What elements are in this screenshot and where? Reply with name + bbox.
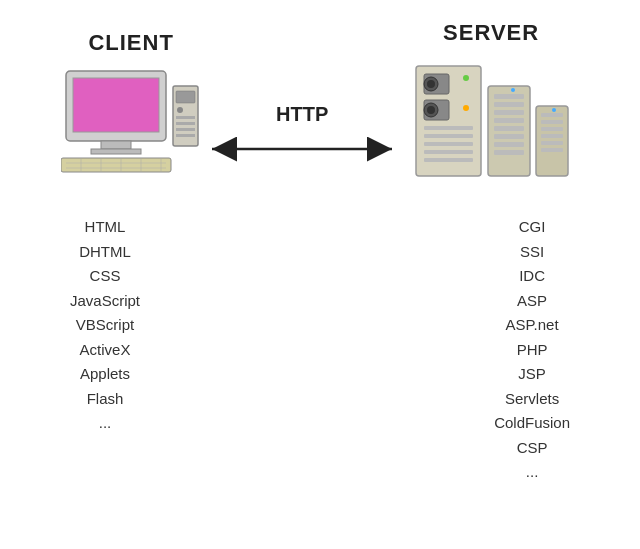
main-diagram: CLIENT <box>0 0 640 549</box>
server-tech-item: SSI <box>520 241 544 264</box>
server-tech-item: ... <box>526 461 539 484</box>
server-tech-item: PHP <box>517 339 548 362</box>
protocol-label: HTTP <box>276 103 328 126</box>
svg-rect-4 <box>61 158 171 172</box>
svg-rect-27 <box>424 126 473 130</box>
bottom-section: HTMLDHTMLCSSJavaScriptVBScriptActiveXApp… <box>0 196 640 484</box>
svg-rect-13 <box>176 91 195 103</box>
svg-rect-16 <box>176 122 195 125</box>
http-arrow <box>202 134 402 164</box>
svg-rect-41 <box>494 142 524 147</box>
svg-rect-35 <box>494 94 524 99</box>
svg-rect-1 <box>73 78 159 132</box>
client-tech-item: ... <box>99 412 112 435</box>
svg-rect-40 <box>494 134 524 139</box>
client-tech-item: Applets <box>80 363 130 386</box>
svg-rect-31 <box>424 158 473 162</box>
client-tech-item: DHTML <box>79 241 131 264</box>
svg-rect-45 <box>541 113 563 117</box>
client-tech-item: VBScript <box>76 314 134 337</box>
computer-icon <box>61 66 201 176</box>
server-label: SERVER <box>443 20 539 46</box>
svg-point-32 <box>463 75 469 81</box>
svg-rect-37 <box>494 110 524 115</box>
svg-point-33 <box>463 105 469 111</box>
client-label: CLIENT <box>88 30 173 56</box>
server-area: SERVER <box>402 20 580 186</box>
server-tech-item: ASP.net <box>506 314 559 337</box>
svg-rect-36 <box>494 102 524 107</box>
server-tech-item: CGI <box>519 216 546 239</box>
client-tech-item: JavaScript <box>70 290 140 313</box>
svg-rect-18 <box>176 134 195 137</box>
svg-point-14 <box>177 107 183 113</box>
client-tech-list: HTMLDHTMLCSSJavaScriptVBScriptActiveXApp… <box>70 216 140 484</box>
svg-rect-39 <box>494 126 524 131</box>
server-tech-item: IDC <box>519 265 545 288</box>
svg-point-23 <box>427 80 435 88</box>
svg-rect-46 <box>541 120 563 124</box>
svg-rect-3 <box>91 149 141 154</box>
svg-rect-29 <box>424 142 473 146</box>
svg-point-26 <box>427 106 435 114</box>
client-tech-item: HTML <box>85 216 126 239</box>
svg-rect-49 <box>541 141 563 145</box>
svg-rect-38 <box>494 118 524 123</box>
client-tech-item: Flash <box>87 388 124 411</box>
server-tech-list: CGISSIIDCASPASP.netPHPJSPServletsColdFus… <box>494 216 570 484</box>
svg-rect-15 <box>176 116 195 119</box>
server-tech-item: CSP <box>517 437 548 460</box>
svg-rect-48 <box>541 134 563 138</box>
server-tech-item: ColdFusion <box>494 412 570 435</box>
client-tech-item: CSS <box>90 265 121 288</box>
svg-rect-2 <box>101 141 131 149</box>
svg-rect-47 <box>541 127 563 131</box>
server-tech-item: Servlets <box>505 388 559 411</box>
svg-point-43 <box>511 88 515 92</box>
server-tech-item: ASP <box>517 290 547 313</box>
svg-rect-50 <box>541 148 563 152</box>
client-area: CLIENT <box>60 30 202 176</box>
svg-point-51 <box>552 108 556 112</box>
arrow-area: HTTP <box>202 103 402 164</box>
client-tech-item: ActiveX <box>80 339 131 362</box>
server-icon <box>406 56 576 186</box>
top-section: CLIENT <box>0 0 640 186</box>
svg-rect-42 <box>494 150 524 155</box>
svg-rect-17 <box>176 128 195 131</box>
svg-rect-28 <box>424 134 473 138</box>
svg-rect-30 <box>424 150 473 154</box>
server-tech-item: JSP <box>518 363 546 386</box>
